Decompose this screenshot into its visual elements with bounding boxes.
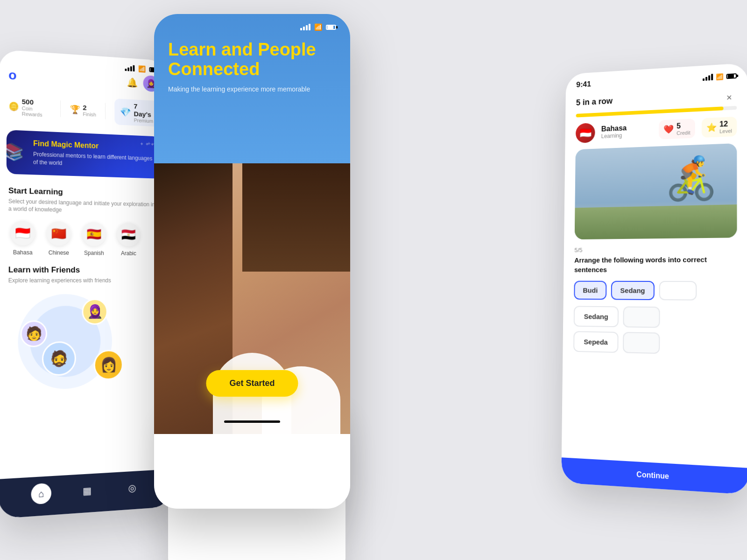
word-choices: Budi Sedang <box>564 274 747 308</box>
spanish-flag: 🇪🇸 <box>82 222 106 246</box>
level-value: 12 <box>719 119 732 128</box>
diamond-icon: 💎 <box>120 106 131 118</box>
chinese-label: Chinese <box>49 250 69 256</box>
hero-title: Learn and People Connected <box>168 40 336 79</box>
question-section: 5/5 Arrange the following words into cor… <box>564 238 747 274</box>
lang-item-spanish[interactable]: 🇪🇸 Spanish <box>80 222 108 257</box>
nav-calendar[interactable]: ▦ <box>78 480 97 502</box>
right-battery <box>726 73 737 79</box>
answer-area: Sedang Sepeda <box>563 306 747 356</box>
friends-section: Learn with Friends Explore learning expe… <box>0 263 171 391</box>
nav-home[interactable]: ⌂ <box>31 483 51 505</box>
answer-sedang-text: Sedang <box>584 312 608 320</box>
cycling-bg: 🚴 <box>575 143 737 239</box>
book-icon: 📚 <box>7 142 24 162</box>
ground-bg <box>575 204 737 239</box>
answer-sepeda-text: Sepeda <box>584 338 607 346</box>
answer-chip-sedang[interactable]: Sedang <box>574 306 619 328</box>
streak-title: 5 in a row <box>576 90 737 108</box>
signal-icon <box>125 65 134 72</box>
word-chip-budi[interactable]: Budi <box>574 281 606 300</box>
credit-value: 5 <box>677 121 690 130</box>
right-phone: 9:41 📶 × 5 in a row 🇮🇩 Bahasa Learning <box>561 63 747 495</box>
user-lang-info: Bahasa Learning <box>601 123 653 140</box>
star-icon: ⭐ <box>706 122 717 133</box>
arabic-label: Arabic <box>121 250 136 257</box>
answer-chip-sepeda[interactable]: Sepeda <box>573 331 619 353</box>
bottom-nav: ⌂ ▦ ◎ <box>0 469 172 518</box>
bahasa-label: Bahasa <box>13 249 33 256</box>
center-header: 📶 Learn and People Connected Making the … <box>154 14 350 163</box>
days-premium-box: 💎 7 Day's Premium <box>114 98 159 127</box>
hero-subtitle: Making the learning experience more memo… <box>168 85 336 94</box>
right-time: 9:41 <box>576 80 591 90</box>
answer-row-1: Sedang <box>574 306 737 329</box>
bahasa-flag: 🇮🇩 <box>10 221 35 245</box>
nav-location[interactable]: ◎ <box>122 477 141 498</box>
spanish-label: Spanish <box>84 250 104 256</box>
language-list: 🇮🇩 Bahasa 🇨🇳 Chinese 🇪🇸 Spanish 🇪🇬 Arabi… <box>0 218 169 264</box>
friends-sub: Explore learning experiences with friend… <box>8 277 161 289</box>
days-label: Premium <box>134 118 154 124</box>
center-battery <box>326 25 336 30</box>
stars-decoration: ✦ ✦ ✦ <box>140 141 154 147</box>
question-text: Arrange the following words into correct… <box>574 254 737 274</box>
trophy-stat: 🏆 2 Finish <box>70 103 96 117</box>
word-chip-empty[interactable] <box>659 281 697 301</box>
lang-item-bahasa[interactable]: 🇮🇩 Bahasa <box>8 221 37 256</box>
mentor-subtitle: Professional mentors to learn different … <box>33 150 153 170</box>
hair-right <box>242 163 350 272</box>
app-logo: o <box>8 68 16 83</box>
right-status-icons: 📶 <box>703 72 737 81</box>
friends-visual: 🧕 🧑 👩 🧔 <box>8 294 162 391</box>
answer-row-2: Sepeda <box>573 331 737 356</box>
trophy-icon: 🏆 <box>70 104 80 115</box>
trophy-label: Finish <box>83 111 96 117</box>
lang-item-arabic[interactable]: 🇪🇬 Arabic <box>115 223 142 257</box>
trophy-value: 2 <box>83 103 96 112</box>
coin-icon: 🪙 <box>8 101 19 112</box>
word-sedang-text: Sedang <box>620 287 645 294</box>
days-value: 7 Day's <box>134 102 154 119</box>
user-flag: 🇮🇩 <box>576 123 595 143</box>
left-phone: 📶 o 🔔 🧕 🪙 500 Coin Rewards 🏆 2 Finish <box>0 49 172 519</box>
center-wifi: 📶 <box>314 23 322 31</box>
credit-label: Credit <box>677 130 690 136</box>
heart-icon: ❤️ <box>663 124 674 135</box>
coins-stat: 🪙 500 Coin Rewards <box>8 97 51 118</box>
center-phone: 📶 Learn and People Connected Making the … <box>154 14 350 509</box>
level-box: ⭐ 12 Level <box>702 117 737 138</box>
mentor-title: Find Magic Mentor <box>33 140 153 153</box>
credit-box: ❤️ 5 Credit <box>659 119 695 140</box>
cycling-image: 🚴 <box>575 143 737 239</box>
right-signal <box>703 74 713 81</box>
lang-item-chinese[interactable]: 🇨🇳 Chinese <box>45 221 73 256</box>
hero-photo: 🇪🇸 Bienvenido 🇨🇳 歡迎大家來學習 🇮🇩 Selamat data… <box>154 163 350 434</box>
mentor-banner[interactable]: 📚 Find Magic Mentor Professional mentors… <box>7 130 162 178</box>
arabic-flag: 🇪🇬 <box>117 223 140 247</box>
coins-label: Coin Rewards <box>22 105 51 118</box>
get-started-button[interactable]: Get Started <box>206 370 298 397</box>
answer-chip-empty1[interactable] <box>623 307 660 328</box>
word-budi-text: Budi <box>583 286 598 294</box>
close-icon: × <box>726 92 732 103</box>
level-label: Level <box>719 128 732 134</box>
center-signal <box>300 24 310 30</box>
home-indicator <box>224 420 280 423</box>
friend-avatar-3: 👩 <box>94 350 123 380</box>
word-chip-sedang[interactable]: Sedang <box>611 281 654 300</box>
right-wifi: 📶 <box>716 73 723 80</box>
divider2 <box>105 103 106 119</box>
divider <box>60 100 61 117</box>
notification-icon[interactable]: 🔔 <box>127 77 138 88</box>
wifi-icon: 📶 <box>138 65 146 72</box>
close-button[interactable]: × <box>721 90 737 105</box>
cyclist-icon: 🚴 <box>665 154 718 204</box>
start-learning-sub: Select your desired language and initiat… <box>0 197 169 222</box>
answer-chip-empty2[interactable] <box>623 332 660 354</box>
chinese-flag: 🇨🇳 <box>47 221 71 246</box>
friends-title: Learn with Friends <box>8 263 161 277</box>
question-number: 5/5 <box>574 245 737 254</box>
center-status-bar: 📶 <box>168 23 336 31</box>
continue-button[interactable]: Continue <box>561 457 747 495</box>
